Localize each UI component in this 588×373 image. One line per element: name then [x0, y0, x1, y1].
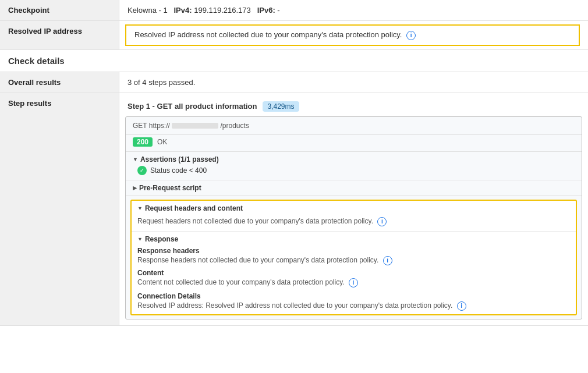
- http-url: https://: [149, 122, 170, 130]
- resolved-ip-box: Resolved IP address not collected due to…: [125, 24, 580, 46]
- overall-results-label: Overall results: [0, 72, 119, 93]
- resolved-ip-info-icon[interactable]: i: [406, 31, 416, 40]
- http-method: GET: [133, 122, 147, 130]
- pre-request-title-text: Pre-Request script: [139, 184, 201, 192]
- ipv6-label: IPv6:: [257, 6, 275, 15]
- assertion-item-1: ✓ Status code < 400: [133, 164, 575, 176]
- step-detail-box: GET https:// /products 200 OK ▼ Assertio…: [125, 116, 582, 319]
- checkpoint-row: Checkpoint Kelowna - 1 IPv4: 199.119.216…: [0, 0, 588, 21]
- overall-results-row: Overall results 3 of 4 steps passed.: [0, 72, 588, 93]
- http-path: /products: [221, 122, 249, 130]
- response-toggle-icon: ▼: [137, 236, 143, 242]
- resolved-ip-message: Resolved IP address not collected due to…: [134, 30, 402, 39]
- resolved-ip-value-cell: Resolved IP address not collected due to…: [119, 21, 588, 49]
- resolved-ip-row: Resolved IP address Resolved IP address …: [0, 21, 588, 50]
- req-headers-content: Request headers not collected due to you…: [132, 216, 576, 231]
- req-headers-title-text: Request headers and content: [145, 204, 243, 212]
- req-headers-title[interactable]: ▼ Request headers and content: [132, 201, 576, 216]
- status-code-badge: 200: [133, 137, 153, 147]
- req-headers-info-icon[interactable]: i: [377, 217, 387, 226]
- step-results-row: Step results Step 1 - GET all product in…: [0, 93, 588, 326]
- response-title-text: Response: [145, 235, 178, 243]
- step-title: Step 1 - GET all product information: [127, 102, 257, 111]
- assertion-1-text: Status code < 400: [150, 166, 207, 175]
- request-headers-section: ▼ Request headers and content Request he…: [130, 200, 577, 315]
- pre-request-title[interactable]: ▶ Pre-Request script: [133, 184, 575, 192]
- response-headers-content: Response headers not collected due to yo…: [137, 256, 570, 265]
- main-container: Checkpoint Kelowna - 1 IPv4: 199.119.216…: [0, 0, 588, 373]
- response-headers-title: Response headers: [137, 247, 570, 255]
- content-title: Content: [137, 269, 570, 277]
- response-section: ▼ Response Response headers Response hea…: [132, 231, 576, 314]
- resolved-ip-label: Resolved IP address: [0, 21, 119, 49]
- content-info-icon[interactable]: i: [349, 278, 358, 287]
- checkpoint-value: Kelowna - 1 IPv4: 199.119.216.173 IPv6: …: [119, 0, 588, 20]
- http-url-redacted: [172, 123, 218, 129]
- content-message: Content not collected due to your compan…: [137, 278, 570, 287]
- assertions-section: ▼ Assertions (1/1 passed) ✓ Status code …: [126, 152, 582, 180]
- req-headers-toggle-icon: ▼: [137, 205, 143, 211]
- assertion-check-icon: ✓: [137, 166, 147, 175]
- http-line: GET https:// /products: [126, 117, 582, 135]
- ipv4-value: 199.119.216.173: [194, 6, 251, 15]
- status-text: OK: [157, 138, 167, 146]
- assertions-toggle-icon: ▼: [133, 157, 138, 162]
- response-title[interactable]: ▼ Response: [137, 235, 570, 243]
- response-headers-info-icon[interactable]: i: [383, 256, 392, 265]
- checkpoint-label: Checkpoint: [0, 0, 119, 20]
- step-duration-badge: 3,429ms: [263, 101, 299, 112]
- step-results-label: Step results: [0, 93, 119, 325]
- connection-details-title: Connection Details: [137, 292, 570, 300]
- step-results-value-cell: Step 1 - GET all product information 3,4…: [119, 93, 588, 325]
- ipv4-label: IPv4:: [174, 6, 192, 15]
- req-headers-message: Request headers not collected due to you…: [137, 217, 373, 225]
- assertions-title[interactable]: ▼ Assertions (1/1 passed): [133, 155, 575, 164]
- connection-details-info-icon[interactable]: i: [457, 301, 466, 311]
- connection-details-message: Resolved IP address: Resolved IP address…: [137, 301, 452, 310]
- content-message-text: Content not collected due to your compan…: [137, 278, 345, 286]
- checkpoint-location: Kelowna - 1: [127, 6, 168, 15]
- pre-request-section: ▶ Pre-Request script: [126, 180, 582, 196]
- pre-request-toggle-icon: ▶: [133, 185, 137, 191]
- assertions-title-text: Assertions (1/1 passed): [140, 155, 219, 164]
- status-line: 200 OK: [126, 135, 582, 152]
- ipv6-value: -: [277, 6, 279, 15]
- response-headers-message: Response headers not collected due to yo…: [137, 256, 378, 264]
- step-header: Step 1 - GET all product information 3,4…: [119, 98, 588, 116]
- check-details-header: Check details: [0, 50, 588, 72]
- overall-results-value: 3 of 4 steps passed.: [119, 72, 588, 93]
- connection-details-content: Resolved IP address: Resolved IP address…: [137, 301, 570, 311]
